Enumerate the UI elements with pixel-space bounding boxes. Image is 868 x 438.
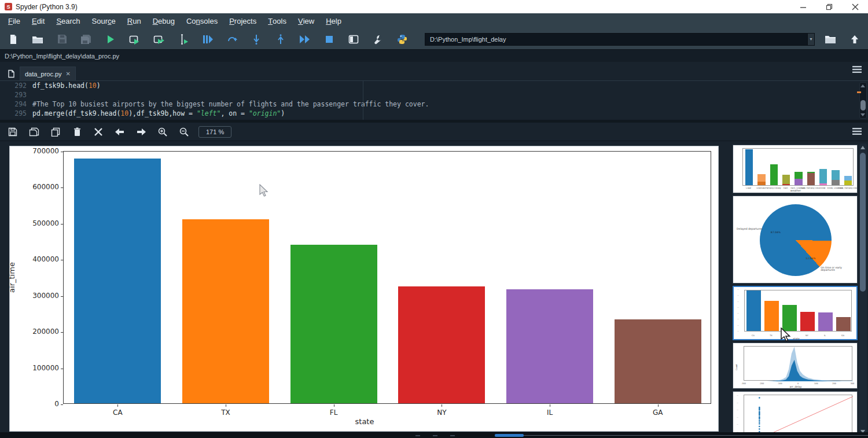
run-selection-icon xyxy=(178,34,189,45)
run-cell-advance-button[interactable] xyxy=(152,32,167,47)
menu-view[interactable]: View xyxy=(292,13,320,29)
scroll-down-arrow[interactable] xyxy=(860,113,865,116)
run-icon xyxy=(106,35,115,44)
stacked-bar-segment xyxy=(770,164,778,185)
bar-FL xyxy=(290,245,377,403)
code-text: pd.merge(df_tsk9.head(10),df_tsk9b,how =… xyxy=(32,109,285,118)
thumbnails-scroll-thumb[interactable] xyxy=(860,153,866,292)
bottom-scrollbar[interactable] xyxy=(0,432,868,438)
tab-close-icon[interactable]: ✕ xyxy=(66,71,71,77)
menu-file[interactable]: File xyxy=(2,13,26,29)
working-directory-input[interactable] xyxy=(425,33,808,46)
y-tick-mark xyxy=(61,404,63,405)
save-plot-button[interactable] xyxy=(6,125,20,139)
zoom-out-button[interactable] xyxy=(177,125,191,139)
close-button[interactable] xyxy=(842,0,868,13)
python-manager-button[interactable] xyxy=(395,32,410,47)
code-editor[interactable]: 292df_tsk9b.head(10)293294#The Top 10 bu… xyxy=(0,81,858,120)
step-return-button[interactable] xyxy=(273,32,288,47)
workdir-dropdown-caret[interactable]: ▾ xyxy=(808,33,815,46)
code-token: "left" xyxy=(197,109,221,117)
browse-directory-button[interactable] xyxy=(823,32,838,47)
pie-pct-ontime: 12.96% xyxy=(806,257,815,260)
remove-all-plots-button[interactable] xyxy=(91,125,105,139)
thumb-xtick-label: -300 xyxy=(739,383,748,385)
x-tick-mark xyxy=(117,404,118,407)
copy-image-button[interactable] xyxy=(49,125,62,139)
code-line-292: 292df_tsk9b.head(10) xyxy=(0,81,858,90)
line-number: 295 xyxy=(0,109,32,118)
scroll-tick xyxy=(450,435,455,436)
pie-label-ontime: On time or early departures xyxy=(821,267,855,272)
plot-thumbnail-5[interactable]: ——————— xyxy=(733,391,858,438)
line-number: 292 xyxy=(0,81,32,90)
debug-icon xyxy=(203,35,213,44)
plot-thumbnails-panel: ClearOvercastPartially cloudyRainRain, O… xyxy=(728,141,868,438)
menu-help[interactable]: Help xyxy=(320,13,347,29)
preferences-button[interactable] xyxy=(370,32,385,47)
restore-button[interactable] xyxy=(816,0,842,13)
continue-icon xyxy=(299,35,311,44)
plot-thumbnail-3[interactable]: CATXFLNYILGA————————state xyxy=(733,286,858,340)
run-cell-button[interactable] xyxy=(127,32,142,47)
thumb-xlabel: arr_delay xyxy=(733,386,858,389)
save-button[interactable] xyxy=(54,32,69,47)
thumb-xtick-label: Snow, Partially cloudy xyxy=(838,187,857,190)
editor-scroll-thumb[interactable] xyxy=(860,100,866,111)
maximize-pane-button[interactable] xyxy=(346,32,361,47)
minimize-button[interactable] xyxy=(790,0,816,13)
y-axis-label: air_time xyxy=(8,255,16,301)
step-into-button[interactable] xyxy=(249,32,264,47)
menu-projects[interactable]: Projects xyxy=(223,13,262,29)
code-token: df_tsk9b.head( xyxy=(32,82,89,90)
plots-options-button[interactable] xyxy=(852,127,862,138)
editor-scrollbar[interactable] xyxy=(859,82,867,119)
scroll-up-arrow[interactable] xyxy=(860,146,865,149)
y-tick-label: 400000 xyxy=(13,255,59,263)
y-tick-mark xyxy=(61,332,63,333)
run-file-button[interactable] xyxy=(103,32,118,47)
continue-button[interactable] xyxy=(297,32,312,47)
menu-consoles[interactable]: Consoles xyxy=(181,13,223,29)
previous-plot-button[interactable] xyxy=(113,125,127,139)
menu-tools[interactable]: Tools xyxy=(262,13,292,29)
minimize-icon xyxy=(800,3,807,10)
zoom-in-button[interactable] xyxy=(156,125,170,139)
stop-button[interactable] xyxy=(322,32,337,47)
menu-debug[interactable]: Debug xyxy=(147,13,181,29)
thumb-xtick-label: IL xyxy=(816,335,834,337)
browse-tabs-button[interactable] xyxy=(2,67,20,80)
x-tick-mark xyxy=(334,404,334,407)
next-plot-button[interactable] xyxy=(134,125,148,139)
menu-search[interactable]: Search xyxy=(50,13,86,29)
stacked-bar-segment xyxy=(807,173,815,185)
bar-IL xyxy=(506,289,593,403)
editor-options-button[interactable] xyxy=(852,65,862,76)
thumbnails-scrollbar[interactable] xyxy=(859,143,867,436)
horizontal-scroll-thumb[interactable] xyxy=(495,434,524,437)
save-all-button[interactable] xyxy=(79,32,94,47)
plot-thumbnail-1[interactable]: ClearOvercastPartially cloudyRainRain, O… xyxy=(733,145,858,193)
save-all-plots-button[interactable] xyxy=(27,125,41,139)
scroll-tick xyxy=(433,435,437,436)
debug-file-button[interactable] xyxy=(200,32,215,47)
run-selection-button[interactable] xyxy=(176,32,191,47)
remove-plot-button[interactable] xyxy=(70,125,84,139)
rerun-cell-button[interactable] xyxy=(225,32,240,47)
plot-thumbnail-4[interactable]: -300-200-1000100200300Countarr_delay xyxy=(733,343,858,389)
menu-edit[interactable]: Edit xyxy=(26,13,50,29)
new-file-button[interactable] xyxy=(6,32,21,47)
histogram-plot xyxy=(744,347,853,381)
code-token: #The Top 10 busiest airports by the bigg… xyxy=(32,100,429,108)
parent-directory-button[interactable] xyxy=(847,32,862,47)
plot-thumbnail-2[interactable]: Delayed departures87.04%12.96%On time or… xyxy=(733,196,858,284)
pie-label-delayed: Delayed departures xyxy=(737,228,763,231)
scroll-up-arrow[interactable] xyxy=(860,84,865,87)
code-token: 10 xyxy=(120,109,128,117)
open-file-button[interactable] xyxy=(30,32,45,47)
bar-GA xyxy=(615,319,701,403)
editor-tab-data-proc[interactable]: data_proc.py ✕ xyxy=(20,67,76,80)
menu-run[interactable]: Run xyxy=(122,13,147,29)
menu-source[interactable]: Source xyxy=(86,13,122,29)
bar-TX xyxy=(182,219,269,403)
